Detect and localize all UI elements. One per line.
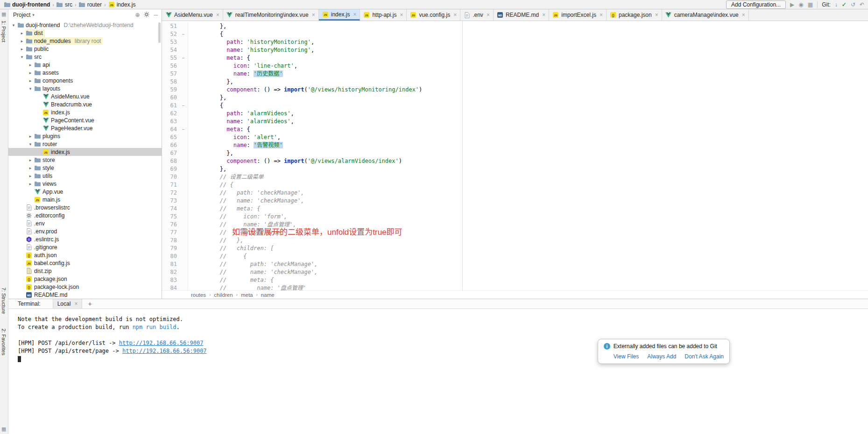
project-panel-title[interactable]: Project <box>13 12 30 18</box>
chevron-expanded-icon[interactable]: ▾ <box>10 23 17 28</box>
tree-item-utils[interactable]: ▸utils <box>8 172 162 180</box>
fold-icon[interactable]: − <box>179 126 188 133</box>
tree-item-assets[interactable]: ▸assets <box>8 69 162 77</box>
chevron-expanded-icon[interactable]: ▾ <box>27 86 34 91</box>
tab-close-icon[interactable]: × <box>453 12 457 18</box>
notification-action-don-t-ask-again[interactable]: Don't Ask Again <box>685 353 724 360</box>
tree-item-.env.prod[interactable]: .env.prod <box>8 227 162 235</box>
tab-README.md[interactable]: MDREADME.md× <box>494 9 549 21</box>
chevron-collapsed-icon[interactable]: ▸ <box>27 70 34 75</box>
chevron-expanded-icon[interactable]: ▾ <box>27 142 34 147</box>
tree-item-src[interactable]: ▾src <box>8 53 162 61</box>
new-terminal-icon[interactable]: + <box>88 300 92 308</box>
chevron-collapsed-icon[interactable]: ▸ <box>27 63 34 67</box>
locate-file-icon[interactable]: ⊕ <box>135 12 140 18</box>
tree-item-PageHeader.vue[interactable]: PageHeader.vue <box>8 124 162 132</box>
notification-action-always-add[interactable]: Always Add <box>647 353 676 360</box>
tab-realTimeMonitoring\index.vue[interactable]: realTimeMonitoring\index.vue× <box>223 9 319 21</box>
breadcrumb-item-router[interactable]: router <box>79 1 102 8</box>
project-tool-button[interactable]: 1: Project <box>1 21 7 42</box>
tree-item-store[interactable]: ▸store <box>8 156 162 164</box>
git-commit-icon[interactable]: ✓ <box>842 2 847 7</box>
tree-item-index.js[interactable]: JSindex.js <box>8 148 162 156</box>
tab-close-icon[interactable]: × <box>487 12 490 18</box>
project-scrollbar-thumb[interactable] <box>158 22 161 43</box>
tree-item-Breadcrumb.vue[interactable]: Breadcrumb.vue <box>8 100 162 108</box>
settings-gear-icon[interactable] <box>144 12 149 18</box>
tab-close-icon[interactable]: × <box>400 12 403 18</box>
tree-item-package.json[interactable]: {}package.json <box>8 275 162 283</box>
tab-close-icon[interactable]: × <box>655 12 658 18</box>
tab-package.json[interactable]: {}package.json× <box>607 9 662 21</box>
tree-item-.browserslistrc[interactable]: .browserslistrc <box>8 203 162 211</box>
terminal-link[interactable]: http://192.168.66.56:9007 <box>119 340 204 346</box>
terminal-corner-icon[interactable]: ▦ <box>1 426 6 432</box>
tree-item-router[interactable]: ▾router <box>8 140 162 148</box>
tree-item-babel.config.js[interactable]: JSbabel.config.js <box>8 259 162 267</box>
editor-breadcrumb-name[interactable]: name <box>261 292 275 298</box>
tab-importExcel.js[interactable]: JSimportExcel.js× <box>549 9 607 21</box>
chevron-collapsed-icon[interactable]: ▸ <box>27 174 34 178</box>
debug-icon[interactable]: ◉ <box>798 2 803 7</box>
terminal-output[interactable]: Note that the development build is not o… <box>8 309 868 434</box>
git-history-icon[interactable]: ↺ <box>851 2 855 7</box>
tree-item-README.md[interactable]: MDREADME.md <box>8 291 162 299</box>
chevron-collapsed-icon[interactable]: ▸ <box>27 166 34 170</box>
tab-close-icon[interactable]: × <box>542 12 545 18</box>
tab-http-api.js[interactable]: JShttp-api.js× <box>360 9 407 21</box>
chevron-collapsed-icon[interactable]: ▸ <box>27 158 34 162</box>
tab-close-icon[interactable]: × <box>600 12 603 18</box>
tree-item-duoji-frontend[interactable]: ▾duoji-frontendD:\zheheWeb\duoji-fronten… <box>8 21 162 29</box>
tab-vue.config.js[interactable]: JSvue.config.js× <box>407 9 460 21</box>
chevron-collapsed-icon[interactable]: ▸ <box>27 182 34 186</box>
tab-.env[interactable]: .env× <box>460 9 494 21</box>
editor-breadcrumb-meta[interactable]: meta <box>241 292 253 298</box>
tab-close-icon[interactable]: × <box>312 12 315 18</box>
tree-item-App.vue[interactable]: App.vue <box>8 188 162 196</box>
tree-item-style[interactable]: ▸style <box>8 164 162 172</box>
tab-close-icon[interactable]: × <box>742 12 745 18</box>
tree-item-AsideMenu.vue[interactable]: AsideMenu.vue <box>8 92 162 100</box>
tab-close-icon[interactable]: × <box>353 11 356 18</box>
chevron-expanded-icon[interactable]: ▾ <box>19 55 25 59</box>
tab-index.js[interactable]: JSindex.js× <box>319 9 360 21</box>
hide-panel-icon[interactable]: ─ <box>154 12 158 18</box>
tree-item-plugins[interactable]: ▸plugins <box>8 132 162 140</box>
breadcrumb-item-index.js[interactable]: JSindex.js <box>108 1 136 8</box>
breadcrumb-item-src[interactable]: src <box>56 1 72 8</box>
tree-item-.editorconfig[interactable]: .editorconfig <box>8 211 162 219</box>
profiler-icon[interactable]: ▦ <box>808 2 813 7</box>
git-rollback-icon[interactable]: ↶ <box>860 2 864 7</box>
editor-breadcrumb-children[interactable]: children <box>214 292 233 298</box>
breadcrumb-item-duoji-frontend[interactable]: duoji-frontend <box>4 1 50 8</box>
notification-action-view-files[interactable]: View Files <box>614 353 639 360</box>
tree-item-public[interactable]: ▸public <box>8 45 162 53</box>
fold-icon[interactable]: − <box>179 54 188 62</box>
tab-AsideMenu.vue[interactable]: AsideMenu.vue× <box>162 9 223 21</box>
tab-cameraManage\index.vue[interactable]: cameraManage\index.vue× <box>662 9 749 21</box>
fold-icon[interactable]: − <box>179 30 188 38</box>
structure-tool-button[interactable]: 7: Structure <box>1 287 7 314</box>
chevron-collapsed-icon[interactable]: ▸ <box>27 78 34 83</box>
tree-item-components[interactable]: ▸components <box>8 77 162 84</box>
tool-windows-icon[interactable]: ▦ <box>1 11 6 17</box>
tree-item-dist.zip[interactable]: dist.zip <box>8 267 162 275</box>
tree-item-api[interactable]: ▸api <box>8 61 162 69</box>
tree-item-node_modules[interactable]: ▸node_moduleslibrary root <box>8 37 162 45</box>
tree-item-index.js[interactable]: JSindex.js <box>8 108 162 116</box>
favorites-tool-button[interactable]: 2: Favorites <box>1 329 7 355</box>
chevron-collapsed-icon[interactable]: ▸ <box>19 31 25 35</box>
tree-item-.env[interactable]: .env <box>8 219 162 227</box>
terminal-tab-local[interactable]: Local × <box>53 299 83 308</box>
chevron-collapsed-icon[interactable]: ▸ <box>19 39 25 43</box>
tree-item-views[interactable]: ▸views <box>8 180 162 188</box>
add-configuration-button[interactable]: Add Configuration... <box>726 0 786 9</box>
tab-close-icon[interactable]: × <box>216 12 219 18</box>
tree-item-auth.json[interactable]: {}auth.json <box>8 251 162 259</box>
editor-breadcrumb-routes[interactable]: routes <box>191 292 206 298</box>
tree-item-.gitignore[interactable]: .gitignore <box>8 243 162 251</box>
editor-body[interactable]: 51 },52− {53 path: 'historyMonitoring',5… <box>162 21 868 290</box>
fold-icon[interactable]: − <box>179 102 188 110</box>
tree-item-.eslintrc.js[interactable]: .eslintrc.js <box>8 235 162 243</box>
tree-item-main.js[interactable]: JSmain.js <box>8 196 162 203</box>
